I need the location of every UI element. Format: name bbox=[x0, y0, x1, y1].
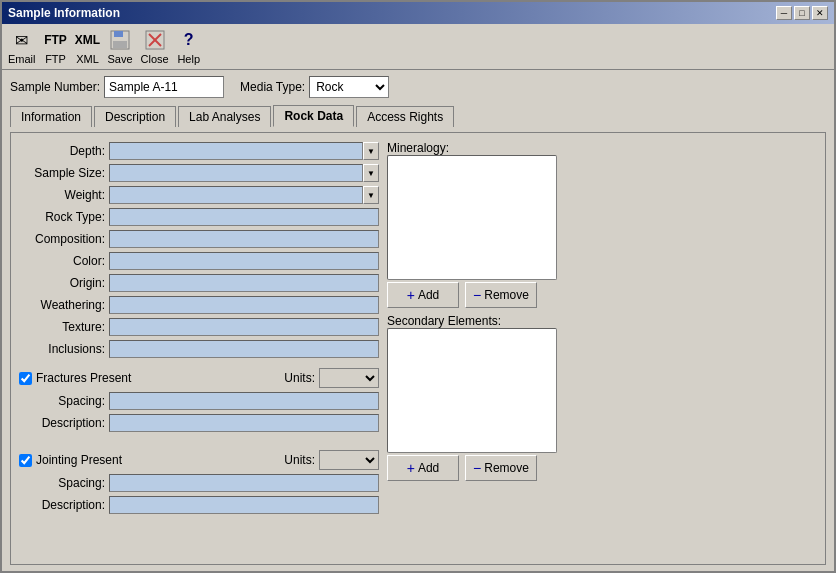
inclusions-row: Inclusions: bbox=[19, 339, 379, 359]
media-type-select[interactable]: Rock Soil Water Air bbox=[309, 76, 389, 98]
sample-number-input[interactable] bbox=[104, 76, 224, 98]
jointing-header: Jointing Present Units: m ft cm bbox=[19, 449, 379, 471]
title-bar-controls: ─ □ ✕ bbox=[776, 6, 828, 20]
jointing-checkbox[interactable] bbox=[19, 454, 32, 467]
depth-dropdown-btn[interactable]: ▼ bbox=[363, 142, 379, 160]
fractures-description-label: Description: bbox=[19, 416, 109, 430]
fractures-units-select[interactable]: m ft cm bbox=[319, 368, 379, 388]
right-panel: Mineralogy: + Add − Remove bbox=[387, 141, 817, 556]
svg-rect-1 bbox=[114, 31, 123, 37]
weight-input[interactable] bbox=[109, 186, 363, 204]
close-window-button[interactable]: ✕ bbox=[812, 6, 828, 20]
weight-dropdown-btn[interactable]: ▼ bbox=[363, 186, 379, 204]
color-label: Color: bbox=[19, 254, 109, 268]
fractures-description-row: Description: bbox=[19, 413, 379, 433]
inclusions-input[interactable] bbox=[109, 340, 379, 358]
toolbar-help-label: Help bbox=[177, 53, 200, 65]
secondary-elements-remove-label: Remove bbox=[484, 461, 529, 475]
toolbar-xml-label: XML bbox=[76, 53, 99, 65]
fractures-spacing-input[interactable] bbox=[109, 392, 379, 410]
weathering-input[interactable] bbox=[109, 296, 379, 314]
mineralogy-remove-button[interactable]: − Remove bbox=[465, 282, 537, 308]
toolbar-close[interactable]: Close bbox=[141, 28, 169, 65]
svg-rect-2 bbox=[113, 41, 127, 48]
tab-information[interactable]: Information bbox=[10, 106, 92, 127]
rock-type-input[interactable] bbox=[109, 208, 379, 226]
origin-input[interactable] bbox=[109, 274, 379, 292]
weathering-label: Weathering: bbox=[19, 298, 109, 312]
fractures-units-label: Units: bbox=[284, 371, 315, 385]
toolbar-xml[interactable]: XML XML bbox=[76, 28, 100, 65]
tab-bar: Information Description Lab Analyses Roc… bbox=[10, 104, 826, 126]
fractures-checkbox-group[interactable]: Fractures Present bbox=[19, 371, 131, 385]
weight-row: Weight: ▼ bbox=[19, 185, 379, 205]
jointing-units-label: Units: bbox=[284, 453, 315, 467]
jointing-description-row: Description: bbox=[19, 495, 379, 515]
depth-input-group: ▼ bbox=[109, 142, 379, 160]
tab-description[interactable]: Description bbox=[94, 106, 176, 127]
secondary-elements-add-icon: + bbox=[407, 460, 415, 476]
secondary-elements-remove-icon: − bbox=[473, 460, 481, 476]
toolbar-email-label: Email bbox=[8, 53, 36, 65]
toolbar-close-label: Close bbox=[141, 53, 169, 65]
mineralogy-buttons: + Add − Remove bbox=[387, 282, 817, 308]
depth-input[interactable] bbox=[109, 142, 363, 160]
minimize-button[interactable]: ─ bbox=[776, 6, 792, 20]
tab-lab-analyses[interactable]: Lab Analyses bbox=[178, 106, 271, 127]
sample-number-label: Sample Number: bbox=[10, 80, 100, 94]
jointing-checkbox-group[interactable]: Jointing Present bbox=[19, 453, 122, 467]
sample-size-label: Sample Size: bbox=[19, 166, 109, 180]
toolbar-save[interactable]: Save bbox=[108, 28, 133, 65]
mineralogy-add-button[interactable]: + Add bbox=[387, 282, 459, 308]
depth-label: Depth: bbox=[19, 144, 109, 158]
jointing-units-select[interactable]: m ft cm bbox=[319, 450, 379, 470]
mineralogy-listbox[interactable] bbox=[387, 155, 557, 280]
media-type-label: Media Type: bbox=[240, 80, 305, 94]
composition-label: Composition: bbox=[19, 232, 109, 246]
secondary-elements-add-label: Add bbox=[418, 461, 439, 475]
mineralogy-label: Mineralogy: bbox=[387, 141, 817, 155]
media-type-group: Media Type: Rock Soil Water Air bbox=[240, 76, 389, 98]
secondary-elements-add-button[interactable]: + Add bbox=[387, 455, 459, 481]
jointing-label: Jointing Present bbox=[36, 453, 122, 467]
weight-label: Weight: bbox=[19, 188, 109, 202]
composition-input[interactable] bbox=[109, 230, 379, 248]
fractures-description-input[interactable] bbox=[109, 414, 379, 432]
mineralogy-remove-icon: − bbox=[473, 287, 481, 303]
fractures-header: Fractures Present Units: m ft cm bbox=[19, 367, 379, 389]
jointing-units-group: Units: m ft cm bbox=[284, 450, 379, 470]
toolbar-ftp-label: FTP bbox=[45, 53, 66, 65]
texture-input[interactable] bbox=[109, 318, 379, 336]
xml-icon: XML bbox=[76, 28, 100, 52]
sample-size-input-group: ▼ bbox=[109, 164, 379, 182]
toolbar-help[interactable]: ? Help bbox=[177, 28, 201, 65]
main-window: Sample Information ─ □ ✕ ✉ Email FTP FTP… bbox=[0, 0, 836, 573]
jointing-spacing-row: Spacing: bbox=[19, 473, 379, 493]
toolbar-ftp[interactable]: FTP FTP bbox=[44, 28, 68, 65]
depth-row: Depth: ▼ bbox=[19, 141, 379, 161]
maximize-button[interactable]: □ bbox=[794, 6, 810, 20]
inclusions-label: Inclusions: bbox=[19, 342, 109, 356]
color-row: Color: bbox=[19, 251, 379, 271]
jointing-spacing-input[interactable] bbox=[109, 474, 379, 492]
left-panel: Depth: ▼ Sample Size: ▼ Weight: bbox=[19, 141, 379, 556]
toolbar-close-icon bbox=[143, 28, 167, 52]
sample-size-input[interactable] bbox=[109, 164, 363, 182]
sample-size-row: Sample Size: ▼ bbox=[19, 163, 379, 183]
secondary-elements-listbox[interactable] bbox=[387, 328, 557, 453]
jointing-description-input[interactable] bbox=[109, 496, 379, 514]
color-input[interactable] bbox=[109, 252, 379, 270]
jointing-spacing-label: Spacing: bbox=[19, 476, 109, 490]
save-icon bbox=[108, 28, 132, 52]
top-fields: Sample Number: Media Type: Rock Soil Wat… bbox=[10, 76, 826, 98]
sample-size-dropdown-btn[interactable]: ▼ bbox=[363, 164, 379, 182]
fractures-spacing-label: Spacing: bbox=[19, 394, 109, 408]
toolbar-email[interactable]: ✉ Email bbox=[8, 28, 36, 65]
jointing-description-label: Description: bbox=[19, 498, 109, 512]
fractures-checkbox[interactable] bbox=[19, 372, 32, 385]
tab-rock-data[interactable]: Rock Data bbox=[273, 105, 354, 127]
tab-access-rights[interactable]: Access Rights bbox=[356, 106, 454, 127]
fractures-spacing-row: Spacing: bbox=[19, 391, 379, 411]
tab-content: Depth: ▼ Sample Size: ▼ Weight: bbox=[10, 132, 826, 565]
secondary-elements-remove-button[interactable]: − Remove bbox=[465, 455, 537, 481]
